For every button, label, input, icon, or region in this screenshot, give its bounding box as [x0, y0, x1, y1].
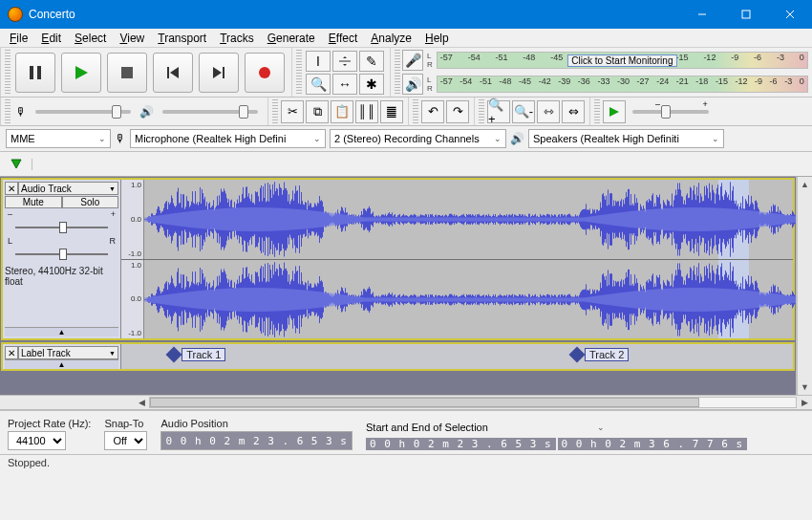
label-text[interactable]: Track 2	[585, 348, 629, 361]
zoom-out-button[interactable]: 🔍-	[512, 100, 535, 123]
vertical-scrollbar[interactable]: ▲ ▼	[797, 177, 812, 395]
undo-button[interactable]: ↶	[421, 100, 444, 123]
label-handle-icon[interactable]	[569, 347, 586, 363]
selection-end-value[interactable]: 0 0 h 0 2 m 3 6 . 7 7 6 s	[558, 438, 748, 450]
start-monitoring-overlay[interactable]: Click to Start Monitoring	[567, 54, 676, 67]
svg-marker-16	[609, 107, 619, 117]
label-track-collapse-button[interactable]: ▲	[5, 359, 118, 369]
skip-end-button[interactable]	[199, 53, 239, 93]
zoom-tool-button[interactable]: 🔍	[306, 74, 331, 95]
label-marker[interactable]: Track 1	[168, 348, 225, 361]
recording-device-dropdown[interactable]: Microphone (Realtek High Defini⌄	[130, 129, 326, 148]
svg-point-12	[259, 67, 270, 78]
window-maximize-button[interactable]	[724, 0, 768, 29]
status-bar: Stopped.	[0, 454, 812, 473]
play-button[interactable]	[61, 53, 101, 93]
recording-volume-slider[interactable]	[35, 110, 131, 114]
undo-toolbar: ↶ ↷	[408, 98, 474, 125]
play-at-speed-button[interactable]	[603, 100, 626, 123]
recording-channels-dropdown[interactable]: 2 (Stereo) Recording Channels⌄	[330, 129, 506, 148]
fit-project-button[interactable]: ⇔	[562, 100, 585, 123]
draw-tool-button[interactable]: ✎	[359, 51, 384, 72]
recording-meter[interactable]: -57-54-51-48-45-42-31-18-15-12-9-6-30 Cl…	[437, 52, 808, 69]
transport-toolbar	[0, 48, 291, 97]
snap-to-dropdown[interactable]: Off	[104, 431, 147, 450]
track-close-button[interactable]: ✕	[5, 182, 18, 195]
play-meter-ticks: -57-54-51-48-45-42-39-36-33-30-27-24-21-…	[438, 76, 807, 86]
mic-icon: 🎙	[115, 132, 126, 145]
play-speed-slider[interactable]: – +	[632, 110, 709, 114]
menu-edit[interactable]: Edit	[35, 30, 67, 47]
svg-marker-17	[11, 160, 21, 168]
audio-track[interactable]: ✕ Audio Track Mute Solo –+ LR Stereo, 44…	[1, 178, 795, 340]
timeline-pin-button[interactable]	[0, 159, 32, 170]
skip-start-button[interactable]	[153, 53, 193, 93]
track-info: Stereo, 44100Hz 32-bit float	[5, 263, 118, 287]
playback-device-dropdown[interactable]: Speakers (Realtek High Definiti⌄	[528, 129, 724, 148]
selection-tool-button[interactable]: I	[306, 51, 331, 72]
mic-icon: 🎙	[12, 105, 30, 119]
menu-effect[interactable]: Effect	[323, 30, 363, 47]
mute-button[interactable]: Mute	[5, 196, 62, 208]
fit-selection-button[interactable]: ⇿	[537, 100, 560, 123]
rec-meter-mic-icon[interactable]: 🎤	[402, 50, 423, 71]
playback-meter[interactable]: -57-54-51-48-45-42-39-36-33-30-27-24-21-…	[437, 76, 808, 93]
waveform-left[interactable]: 1.00.0-1.0	[121, 180, 793, 260]
svg-marker-10	[213, 67, 222, 78]
solo-button[interactable]: Solo	[62, 196, 119, 208]
cut-button[interactable]: ✂	[281, 100, 304, 123]
horizontal-scrollbar[interactable]: ◀ ▶	[134, 396, 812, 409]
status-text: Stopped.	[8, 457, 50, 468]
silence-button[interactable]: ䷀	[380, 100, 403, 123]
menu-view[interactable]: View	[114, 30, 150, 47]
playback-volume-slider[interactable]	[162, 110, 258, 114]
paste-button[interactable]: 📋	[331, 100, 353, 123]
pause-button[interactable]	[15, 53, 55, 93]
menu-help[interactable]: Help	[419, 30, 455, 47]
svg-rect-4	[30, 66, 33, 79]
gain-slider[interactable]	[8, 222, 116, 233]
label-text[interactable]: Track 1	[182, 348, 225, 361]
pan-slider[interactable]	[8, 249, 116, 260]
svg-rect-11	[223, 67, 224, 78]
stop-button[interactable]	[107, 53, 147, 93]
label-track[interactable]: ✕ Label Track ▲ Track 1Track 2	[1, 342, 795, 371]
envelope-tool-button[interactable]	[332, 51, 357, 72]
audio-position-label: Audio Position	[160, 418, 353, 429]
menu-file[interactable]: File	[4, 30, 33, 47]
menu-select[interactable]: Select	[69, 30, 112, 47]
audio-host-dropdown[interactable]: MME⌄	[6, 129, 111, 148]
label-handle-icon[interactable]	[166, 347, 182, 363]
edit-toolbar: ✂ ⧉ 📋 ║║ ䷀	[267, 98, 408, 125]
play-meter-speaker-icon[interactable]: 🔊	[402, 74, 423, 95]
project-rate-dropdown[interactable]: 44100	[8, 431, 66, 450]
redo-button[interactable]: ↷	[446, 100, 469, 123]
label-marker[interactable]: Track 2	[571, 348, 629, 361]
svg-rect-7	[121, 67, 133, 78]
window-close-button[interactable]	[768, 0, 812, 29]
multi-tool-button[interactable]: ✱	[359, 74, 384, 95]
project-rate-label: Project Rate (Hz):	[8, 418, 91, 429]
label-track-name-dropdown[interactable]: Label Track	[18, 346, 118, 359]
timeshift-tool-button[interactable]: ↔	[332, 74, 357, 95]
label-lane[interactable]: Track 1Track 2	[121, 344, 793, 369]
audio-track-panel: ✕ Audio Track Mute Solo –+ LR Stereo, 44…	[3, 180, 121, 338]
svg-marker-15	[343, 64, 347, 66]
track-name-dropdown[interactable]: Audio Track	[18, 182, 118, 195]
record-button[interactable]	[245, 53, 285, 93]
waveform-right[interactable]: 1.00.0-1.0	[121, 260, 793, 339]
zoom-in-button[interactable]: 🔍+	[487, 100, 510, 123]
menu-tracks[interactable]: Tracks	[214, 30, 260, 47]
menu-analyze[interactable]: Analyze	[365, 30, 417, 47]
window-minimize-button[interactable]	[680, 0, 724, 29]
track-collapse-button[interactable]: ▲	[5, 327, 118, 336]
label-track-close-button[interactable]: ✕	[5, 346, 18, 359]
timeline[interactable]: -1501530451:001:151:301:452:002:152:302:…	[0, 152, 812, 177]
trim-button[interactable]: ║║	[355, 100, 378, 123]
copy-button[interactable]: ⧉	[306, 100, 329, 123]
selection-start-value[interactable]: 0 0 h 0 2 m 2 3 . 6 5 3 s	[366, 438, 556, 450]
menu-generate[interactable]: Generate	[262, 30, 321, 47]
menu-transport[interactable]: Transport	[152, 30, 212, 47]
audio-position-value[interactable]: 0 0 h 0 2 m 2 3 . 6 5 3 s	[160, 431, 353, 450]
selection-mode-dropdown[interactable]: Start and End of Selection⌄	[366, 419, 605, 436]
